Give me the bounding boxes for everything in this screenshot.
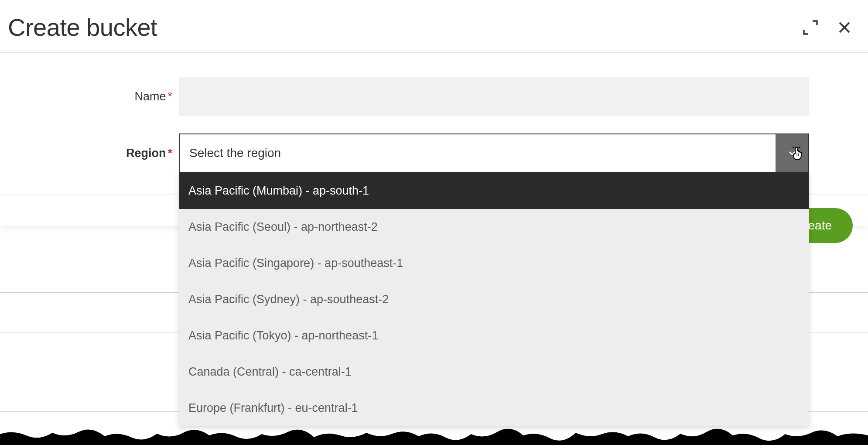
required-indicator: * (167, 147, 172, 160)
name-field-row: Name* (59, 77, 809, 116)
chevron-down-icon (787, 148, 797, 158)
name-label-text: Name (134, 90, 166, 103)
region-label: Region* (59, 147, 179, 160)
region-select-placeholder: Select the region (180, 146, 776, 160)
modal-title: Create bucket (8, 13, 157, 41)
header-actions (800, 17, 855, 38)
region-field-row: Region* Select the region Asia Pacific (… (59, 134, 809, 173)
region-option[interactable]: Europe (Frankfurt) - eu-central-1 (179, 390, 809, 426)
region-dropdown: Asia Pacific (Mumbai) - ap-south-1Asia P… (179, 173, 809, 426)
region-option[interactable]: Asia Pacific (Tokyo) - ap-northeast-1 (179, 318, 809, 354)
region-label-text: Region (126, 147, 166, 160)
name-label: Name* (59, 90, 179, 103)
expand-icon (802, 19, 819, 36)
close-button[interactable] (834, 17, 855, 38)
region-option[interactable]: Asia Pacific (Seoul) - ap-northeast-2 (179, 209, 809, 245)
region-option[interactable]: Asia Pacific (Singapore) - ap-southeast-… (179, 245, 809, 281)
expand-button[interactable] (800, 17, 821, 38)
torn-edge-decoration (0, 428, 868, 445)
name-input[interactable] (179, 77, 809, 116)
region-option[interactable]: Canada (Central) - ca-central-1 (179, 354, 809, 390)
modal-header: Create bucket (0, 0, 868, 53)
region-option[interactable]: Asia Pacific (Mumbai) - ap-south-1 (179, 173, 809, 209)
name-input-wrap (179, 77, 809, 116)
region-select-chevron-button[interactable] (776, 134, 808, 172)
region-select-wrap: Select the region Asia Pacific (Mumbai) … (179, 134, 809, 173)
region-option[interactable]: Asia Pacific (Sydney) - ap-southeast-2 (179, 281, 809, 318)
create-bucket-modal: Create bucket Name* (0, 0, 868, 226)
form-section: Name* Region* Select the region (0, 53, 868, 195)
region-select[interactable]: Select the region (179, 134, 809, 173)
required-indicator: * (167, 90, 172, 103)
close-icon (835, 18, 854, 37)
